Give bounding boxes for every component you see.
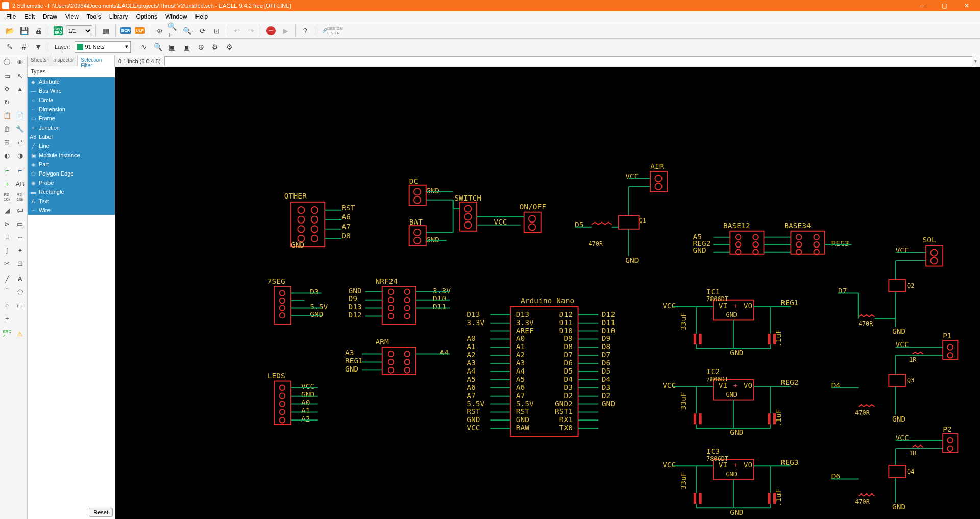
part-q2[interactable]: Q2 D7 470R GND: [838, 280, 914, 335]
dimension-icon[interactable]: ↔: [14, 231, 27, 243]
split-icon[interactable]: ≡: [1, 231, 13, 243]
type-item-junction[interactable]: +Junction: [28, 123, 115, 132]
mark-icon[interactable]: +: [1, 312, 13, 325]
part-ic2[interactable]: IC27806DTVIVOGND+VCCREG2GND33uF.1uF: [663, 367, 799, 436]
part-ic3[interactable]: IC37806DTVIVOGND+VCCREG3GND33uF.1uF: [663, 447, 799, 516]
tab-sheets[interactable]: Sheets: [28, 55, 50, 66]
print-icon[interactable]: 🖨: [32, 24, 45, 37]
schematic-canvas[interactable]: OTHER GND RST A6 A7 D8 DC: [115, 67, 980, 519]
errors-icon[interactable]: ⚠: [14, 328, 27, 340]
group-icon[interactable]: ▭: [1, 69, 13, 82]
copy-icon[interactable]: 📋: [1, 109, 13, 121]
menu-help[interactable]: Help: [191, 12, 212, 21]
part-air[interactable]: AIR VCC: [625, 162, 667, 215]
save-icon[interactable]: 💾: [17, 24, 31, 37]
miter-icon[interactable]: ▣: [166, 40, 179, 54]
redo-icon[interactable]: ↷: [244, 24, 258, 37]
circle-icon[interactable]: ○: [1, 299, 13, 311]
part-sol[interactable]: SOL VCC: [896, 235, 943, 280]
value-icon[interactable]: R210k: [1, 191, 13, 203]
undo-icon[interactable]: ↶: [230, 24, 243, 37]
part-leds[interactable]: LEDS VCCGND A0A1A2: [267, 371, 318, 424]
invoke-icon[interactable]: ⊳: [1, 217, 13, 230]
type-item-probe[interactable]: ◉Probe: [28, 178, 115, 187]
zoom-in-icon[interactable]: 🔍+: [167, 24, 181, 37]
menu-view[interactable]: View: [61, 12, 83, 21]
part-base34[interactable]: BASE34 REG3: [777, 221, 852, 255]
dropdown-icon[interactable]: ▾: [974, 58, 977, 64]
miter-tool-icon[interactable]: ✦: [14, 244, 27, 256]
line-icon[interactable]: ╱: [1, 273, 13, 285]
part-bat[interactable]: BAT GND: [409, 217, 453, 246]
close-button[interactable]: ✕: [955, 0, 978, 11]
stop-icon[interactable]: ─: [264, 24, 278, 37]
library-manager-icon[interactable]: ▦: [99, 24, 112, 37]
part-q3[interactable]: Q3 D4 470R GND: [831, 355, 915, 423]
gear2-icon[interactable]: ⚙: [223, 40, 236, 54]
zoom-out-icon[interactable]: 🔍-: [182, 24, 195, 37]
change-icon[interactable]: 🔧: [14, 122, 27, 135]
rotate-icon[interactable]: ↻: [1, 96, 13, 108]
command-input[interactable]: [164, 56, 972, 66]
delete-icon[interactable]: 🗑: [1, 122, 13, 135]
net-icon[interactable]: ⌐: [1, 164, 13, 177]
type-item-circle[interactable]: ○Circle: [28, 95, 115, 105]
part-p2[interactable]: P2 VCC 1R: [896, 425, 958, 457]
menu-window[interactable]: Window: [161, 12, 191, 21]
part-arm[interactable]: ARM A3REG1GND A4: [345, 337, 450, 374]
label-tool-icon[interactable]: AB: [14, 178, 27, 190]
help-icon[interactable]: ?: [299, 24, 312, 37]
ulp-icon[interactable]: ULP: [133, 24, 146, 37]
rect-icon[interactable]: ▭: [14, 299, 27, 311]
board-icon[interactable]: SCHBRD: [52, 24, 65, 37]
add-part-icon[interactable]: ⊕: [194, 40, 208, 54]
menu-library[interactable]: Library: [105, 12, 132, 21]
paste-icon[interactable]: 📄: [14, 109, 27, 121]
part-q1[interactable]: Q1 D5 470R GND: [575, 215, 646, 264]
part-onoff[interactable]: ON/OFF: [519, 202, 546, 232]
grid-visible-icon[interactable]: ✎: [3, 40, 16, 54]
bus-icon[interactable]: ⌐: [14, 164, 27, 177]
grid-icon[interactable]: #: [17, 40, 31, 54]
name-icon[interactable]: R210k: [14, 191, 27, 203]
polygon-icon[interactable]: ⬠: [14, 286, 27, 298]
type-item-wire[interactable]: ⌐Wire: [28, 206, 115, 215]
schematic-svg[interactable]: OTHER GND RST A6 A7 D8 DC: [115, 67, 980, 519]
pinswap-icon[interactable]: ◑: [14, 149, 27, 161]
zoom-select-icon[interactable]: ⊡: [210, 24, 224, 37]
menu-draw[interactable]: Draw: [39, 12, 61, 21]
type-item-attribute[interactable]: ◆Attribute: [28, 77, 115, 86]
part-other[interactable]: OTHER GND RST A6 A7 D8: [284, 191, 355, 249]
zoom-redraw-icon[interactable]: ⟳: [196, 24, 209, 37]
wire-icon[interactable]: ∫: [1, 244, 13, 256]
wire-bend-icon[interactable]: ∿: [137, 40, 151, 54]
junction-tool-icon[interactable]: +: [1, 178, 13, 190]
type-item-bus-wire[interactable]: —Bus Wire: [28, 86, 115, 95]
smash-icon[interactable]: ◢: [1, 204, 13, 216]
design-link-icon[interactable]: 🔗 DESIGN LINK ▸: [318, 24, 347, 37]
add-icon[interactable]: ⊞: [1, 136, 13, 148]
part-switch[interactable]: SWITCH VCC: [453, 193, 521, 231]
type-item-frame[interactable]: ▭Frame: [28, 114, 115, 123]
scr-icon[interactable]: SCR: [119, 24, 132, 37]
type-item-label[interactable]: ABLabel: [28, 132, 115, 141]
type-item-polygon-edge[interactable]: ⬠Polygon Edge: [28, 169, 115, 178]
part-arduino-nano[interactable]: Arduino Nano D13D133.3V3.3VAREFA0A0A1A1A…: [467, 296, 615, 436]
type-item-text[interactable]: AText: [28, 196, 115, 206]
optimize-icon[interactable]: ⊡: [14, 257, 27, 269]
tab-selection-filter[interactable]: Selection Filter: [78, 55, 115, 66]
type-item-line[interactable]: ╱Line: [28, 141, 115, 151]
zoom-fit-icon[interactable]: ⊕: [153, 24, 166, 37]
mirror-icon[interactable]: ▲: [14, 83, 27, 95]
move-icon[interactable]: ✥: [1, 83, 13, 95]
gear1-icon[interactable]: ⚙: [209, 40, 222, 54]
go-icon[interactable]: ▶: [279, 24, 292, 37]
junction-icon[interactable]: ▣: [180, 40, 193, 54]
select-icon[interactable]: ↖: [14, 69, 27, 82]
maximize-button[interactable]: ▢: [933, 0, 955, 11]
info-icon[interactable]: ⓘ: [1, 56, 13, 68]
replace-icon[interactable]: ⇄: [14, 136, 27, 148]
type-item-part[interactable]: ◈Part: [28, 160, 115, 169]
part-q4[interactable]: Q4 D6 470R GND: [831, 449, 915, 511]
part-7seg[interactable]: 7SEG D3 5.5V GND: [267, 277, 328, 324]
